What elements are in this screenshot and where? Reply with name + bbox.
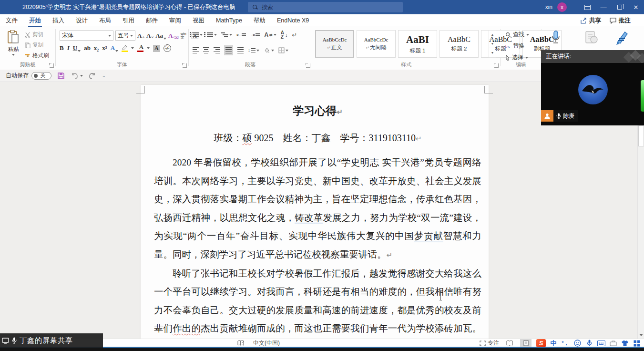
proofing-button[interactable] [584, 30, 598, 45]
paragraph-dialog-launcher[interactable] [306, 63, 310, 68]
search-input[interactable]: 搜索 [248, 2, 403, 12]
styles-dialog-launcher[interactable] [494, 63, 499, 68]
dictate-button[interactable] [551, 30, 561, 46]
screen-share-badge[interactable]: 丁鑫的屏幕共享 [0, 333, 103, 348]
styles-scroll-down[interactable]: ▼ [489, 40, 496, 49]
replace-button[interactable]: bc 替换 [505, 42, 529, 50]
styles-more-button[interactable]: ▼ [489, 48, 496, 57]
increase-indent-button[interactable]: ⇥ [250, 32, 260, 38]
multilevel-list-button[interactable] [221, 31, 232, 38]
clear-formatting-button[interactable]: A⌫ [168, 32, 179, 40]
paragraph[interactable]: 班级：硕 9025 姓名：丁鑫 学号：3119103110↵ [154, 131, 481, 146]
style-normal[interactable]: AaBbCcDc ↵正文 [315, 30, 354, 58]
style-heading2[interactable]: AaBbC 标题 2 [440, 30, 479, 58]
tab-references[interactable]: 引用 [117, 14, 140, 27]
grow-font-button[interactable]: A˄ [137, 32, 144, 40]
borders-button[interactable] [278, 47, 288, 53]
minimize-button[interactable]: — [595, 0, 612, 14]
change-case-button[interactable]: Aa [155, 32, 166, 40]
tab-mailings[interactable]: 邮件 [140, 14, 164, 27]
save-button[interactable] [57, 72, 65, 80]
align-right-button[interactable] [214, 46, 220, 54]
clipboard-dialog-launcher[interactable] [50, 63, 54, 68]
enclose-characters-button[interactable]: 字 [164, 44, 171, 52]
character-shading-button[interactable]: A [153, 45, 160, 52]
sogou-logo-icon[interactable]: S [536, 339, 546, 347]
document-page[interactable]: 学习心得↵班级：硕 9025 姓名：丁鑫 学号：3119103110↵2020 … [141, 85, 489, 339]
paragraph[interactable]: 2020 年暑假留校，学校组织部开展了以“学史明志 实干兴港”党员专题网络培训。… [154, 154, 481, 265]
align-left-button[interactable] [193, 46, 199, 54]
shrink-font-button[interactable]: A˅ [146, 32, 153, 40]
tab-design[interactable]: 设计 [70, 14, 93, 27]
font-name-select[interactable]: 宋体 [60, 31, 113, 41]
ribbon-display-options-button[interactable] [579, 0, 595, 14]
highlight-button[interactable] [122, 45, 128, 52]
comments-button[interactable]: 批注 [610, 17, 631, 25]
copy-button[interactable]: 复制 [25, 41, 49, 49]
numbering-button[interactable] [207, 31, 217, 38]
print-layout-button[interactable] [520, 339, 532, 347]
share-button[interactable]: 共享 [580, 17, 601, 25]
underline-button[interactable]: U [73, 44, 81, 52]
read-mode-button[interactable] [504, 339, 515, 347]
title-dropdown-caret[interactable]: ▾ [210, 4, 212, 9]
avatar[interactable]: x [557, 2, 567, 12]
voice-input-icon[interactable] [585, 340, 593, 347]
tab-mathtype[interactable]: MathType [210, 14, 248, 27]
tab-review[interactable]: 审阅 [164, 14, 187, 27]
qat-customize-button[interactable]: ⌄ [102, 73, 106, 78]
asian-layout-button[interactable]: A⇄ [264, 31, 276, 38]
select-button[interactable]: 选择 [505, 53, 529, 62]
close-button[interactable]: ✕ [628, 0, 644, 14]
highlight-caret[interactable] [131, 47, 134, 49]
shading-button[interactable] [264, 48, 274, 53]
tab-help[interactable]: 帮助 [248, 14, 271, 27]
find-button[interactable]: 查找 [505, 31, 529, 39]
tab-endnote[interactable]: EndNote X9 [271, 14, 315, 27]
phonetic-guide-button[interactable]: win文 [181, 32, 190, 40]
autosave-toggle[interactable]: 自动保存 关 [6, 72, 51, 80]
tray-grid-icon[interactable] [633, 340, 641, 347]
subscript-button[interactable]: x₂ [94, 44, 99, 52]
skin-icon[interactable] [621, 340, 629, 347]
punctuation-icon[interactable]: °， [561, 340, 570, 347]
style-no-spacing[interactable]: AaBbCcDc ↵无间隔 [357, 30, 396, 58]
emoji-icon[interactable] [573, 340, 582, 347]
scrollbar-thumb[interactable] [638, 125, 644, 146]
superscript-button[interactable]: x² [102, 44, 107, 52]
tab-file[interactable]: 文件 [0, 14, 23, 27]
tab-home[interactable]: 开始 [23, 14, 47, 27]
font-color-caret[interactable] [147, 47, 150, 49]
bullets-button[interactable] [193, 31, 203, 38]
spellcheck-status[interactable] [237, 340, 245, 346]
line-spacing-button[interactable]: ↕ [248, 47, 259, 54]
toolbox-icon[interactable] [609, 340, 617, 347]
paragraph[interactable]: 聆听了张书记和王校长对学校暑假工作汇报后，越发觉得感谢交大给我这么一个平台可以继… [154, 265, 481, 339]
paragraph[interactable]: 学习心得↵ [154, 104, 481, 119]
tab-view[interactable]: 视图 [187, 14, 210, 27]
align-center-button[interactable] [203, 46, 209, 54]
redo-button[interactable] [89, 72, 96, 79]
font-dialog-launcher[interactable] [183, 63, 187, 68]
paste-button[interactable]: 粘贴 [4, 30, 23, 62]
distribute-button[interactable] [237, 46, 244, 54]
editor-button[interactable] [614, 30, 629, 45]
soft-keyboard-icon[interactable] [597, 340, 605, 347]
italic-button[interactable]: I [67, 44, 70, 52]
chinese-mode-icon[interactable]: 中 [549, 340, 558, 347]
font-color-button[interactable]: A [137, 44, 143, 52]
tab-layout[interactable]: 布局 [93, 14, 117, 27]
styles-scroll-up[interactable]: ▲ [489, 31, 496, 40]
document-body[interactable]: 学习心得↵班级：硕 9025 姓名：丁鑫 学号：3119103110↵2020 … [154, 104, 481, 339]
vertical-scrollbar[interactable] [637, 125, 644, 339]
cut-button[interactable]: 剪切 [25, 31, 49, 38]
justify-button[interactable] [224, 45, 233, 55]
format-painter-button[interactable]: 格式刷 [25, 52, 49, 59]
font-size-select[interactable]: 五号 [115, 31, 135, 41]
strikethrough-button[interactable]: ab [84, 44, 91, 52]
language-status[interactable]: 中文(中国) [253, 339, 280, 347]
decrease-indent-button[interactable]: ⇤ [236, 32, 246, 38]
style-heading1[interactable]: AaBI 标题 1 [398, 30, 437, 58]
restore-button[interactable] [612, 0, 628, 14]
bold-button[interactable]: B [60, 44, 64, 52]
